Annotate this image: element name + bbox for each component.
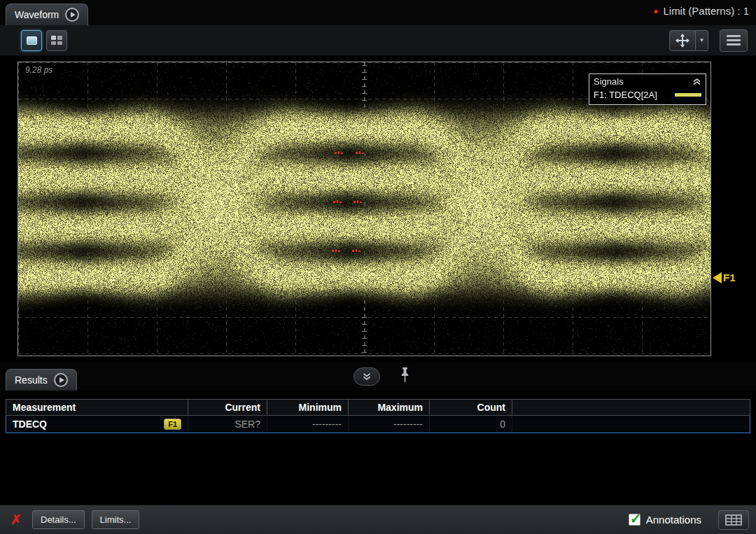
results-tab-label: Results <box>15 374 48 386</box>
pan-button[interactable] <box>669 30 696 51</box>
minimum-value: --------- <box>267 416 349 433</box>
waveform-tab-label: Waveform <box>15 9 59 20</box>
header-bar: Waveform ● Limit (Patterns) : 1 <box>0 0 756 25</box>
annotations-checkbox[interactable]: ✓ <box>629 514 640 526</box>
tab-waveform[interactable]: Waveform <box>6 3 88 25</box>
results-tab-row: Results <box>0 363 756 391</box>
collapse-results-button[interactable] <box>354 367 380 386</box>
f1-source-marker[interactable]: F1 <box>713 272 736 283</box>
limit-dot-icon: ● <box>653 7 658 15</box>
current-value: SER? <box>188 416 267 433</box>
limits-button[interactable]: Limits... <box>92 510 140 529</box>
pan-dropdown-button[interactable]: ▼ <box>696 30 708 51</box>
waveform-plot[interactable]: 9.28 ps Signals F1: TDECQ[2A] <box>18 62 711 356</box>
pin-results-button[interactable] <box>396 366 413 387</box>
signal-label: F1: TDECQ[2A] <box>594 90 657 100</box>
menu-button[interactable] <box>720 29 748 52</box>
col-blank <box>512 400 750 416</box>
signals-title: Signals <box>594 76 624 87</box>
results-header-row: Measurement Current Minimum Maximum Coun… <box>6 400 750 416</box>
pan-icon <box>676 34 690 48</box>
pan-control: ▼ <box>669 30 708 51</box>
col-measurement: Measurement <box>6 400 188 416</box>
single-display-button[interactable] <box>21 30 42 51</box>
details-button[interactable]: Details... <box>32 510 85 529</box>
signal-legend-entry: F1: TDECQ[2A] <box>589 87 706 104</box>
waveform-section: 9.28 ps Signals F1: TDECQ[2A] F1 <box>0 56 756 363</box>
tab-results[interactable]: Results <box>6 369 77 391</box>
col-maximum: Maximum <box>349 400 430 416</box>
collapse-icon[interactable] <box>692 78 701 85</box>
table-grid-icon <box>725 514 742 526</box>
clear-icon: ✗ <box>10 512 22 527</box>
quad-layout-icon <box>51 36 62 45</box>
menu-icon <box>727 35 741 37</box>
check-icon: ✓ <box>630 510 642 527</box>
annotation-table-button[interactable] <box>718 510 749 530</box>
pin-icon <box>399 366 411 384</box>
col-current: Current <box>188 400 267 416</box>
grid-display-button[interactable] <box>46 30 67 51</box>
footer-bar: ✗ Details... Limits... ✓ Annotations <box>0 505 756 534</box>
chevron-down-icon <box>362 372 372 381</box>
toolbar: ▼ <box>0 25 756 56</box>
results-play-icon[interactable] <box>54 373 68 387</box>
limit-status: ● Limit (Patterns) : 1 <box>653 5 749 17</box>
maximum-value: --------- <box>349 416 430 433</box>
signal-color-swatch <box>675 93 701 97</box>
marker-triangle-icon <box>713 272 722 283</box>
table-row-tdecq[interactable]: TDECQ F1 SER? --------- --------- 0 <box>6 416 750 433</box>
annotations-label: Annotations <box>646 514 701 526</box>
measurement-name: TDECQ <box>13 419 47 430</box>
time-scale-label: 9.28 ps <box>25 65 52 75</box>
col-count: Count <box>430 400 512 416</box>
clear-results-button[interactable]: ✗ <box>7 512 25 528</box>
count-value: 0 <box>430 416 512 433</box>
col-minimum: Minimum <box>267 400 349 416</box>
results-table: Measurement Current Minimum Maximum Coun… <box>6 399 750 433</box>
marker-label: F1 <box>723 272 736 283</box>
limit-label: Limit (Patterns) : 1 <box>663 5 749 17</box>
single-layout-icon <box>27 36 37 45</box>
eye-canvas[interactable] <box>18 62 710 356</box>
f1-source-badge: F1 <box>164 419 181 430</box>
annotations-group: ✓ Annotations <box>629 514 701 526</box>
play-icon[interactable] <box>65 8 79 22</box>
dropdown-arrow-icon: ▼ <box>699 37 705 43</box>
signals-panel: Signals F1: TDECQ[2A] <box>589 73 706 105</box>
